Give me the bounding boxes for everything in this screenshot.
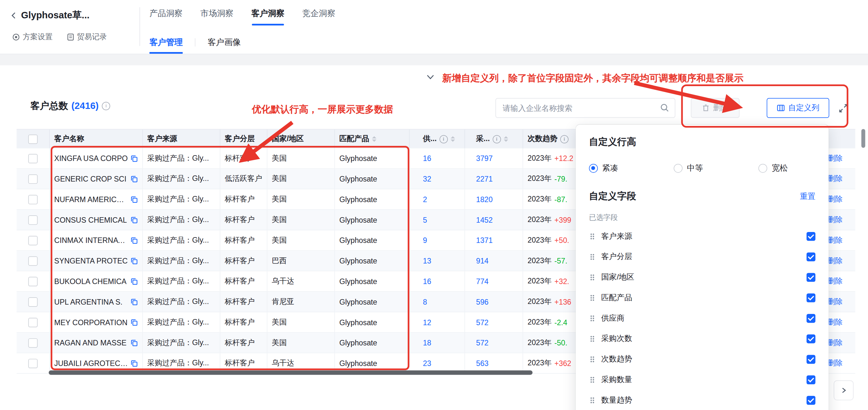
row-checkbox[interactable] — [28, 277, 38, 286]
purchase-count-link[interactable]: 596 — [476, 297, 489, 306]
expand-icon[interactable] — [838, 103, 849, 114]
purchase-count-link[interactable]: 1820 — [476, 195, 493, 203]
info-icon[interactable] — [102, 102, 110, 110]
supplier-count-link[interactable]: 2 — [423, 195, 427, 203]
drag-handle-icon[interactable] — [589, 335, 596, 343]
radio-icon[interactable] — [674, 164, 683, 173]
info-icon[interactable] — [560, 135, 568, 143]
field-checkbox[interactable] — [807, 232, 816, 241]
copy-icon[interactable] — [131, 339, 138, 346]
row-checkbox[interactable] — [28, 195, 38, 204]
row-delete-link[interactable]: 删除 — [828, 338, 843, 348]
purchase-count-link[interactable]: 914 — [476, 257, 489, 265]
reset-link[interactable]: 重置 — [800, 191, 815, 201]
supplier-count-link[interactable]: 32 — [423, 175, 431, 183]
back-icon[interactable] — [10, 11, 18, 19]
tab-market-insight[interactable]: 市场洞察 — [200, 0, 234, 27]
supplier-count-link[interactable]: 18 — [423, 339, 431, 347]
customize-columns-button[interactable]: 自定义列 — [767, 98, 830, 118]
tab-customer-profile[interactable]: 客户画像 — [208, 31, 241, 54]
purchase-count-link[interactable]: 774 — [476, 277, 489, 285]
row-height-option[interactable]: 宽松 — [758, 163, 788, 174]
col-header-purchase[interactable]: 采... — [465, 129, 523, 148]
drag-handle-icon[interactable] — [589, 314, 596, 322]
copy-icon[interactable] — [131, 277, 138, 285]
col-header-supplier[interactable]: 供... — [410, 129, 465, 148]
drag-handle-icon[interactable] — [589, 355, 596, 363]
copy-icon[interactable] — [131, 175, 138, 182]
copy-icon[interactable] — [131, 216, 138, 223]
field-checkbox[interactable] — [807, 314, 816, 323]
purchase-count-link[interactable]: 1371 — [476, 236, 493, 244]
radio-icon[interactable] — [589, 164, 598, 173]
row-checkbox[interactable] — [28, 154, 38, 163]
row-checkbox[interactable] — [28, 338, 38, 347]
purchase-count-link[interactable]: 1452 — [476, 215, 493, 224]
select-all-checkbox[interactable] — [28, 134, 38, 144]
row-checkbox[interactable] — [28, 174, 38, 183]
row-checkbox[interactable] — [28, 318, 38, 327]
sort-icon[interactable] — [451, 136, 455, 142]
vertical-scrollbar-thumb[interactable] — [861, 129, 865, 148]
supplier-count-link[interactable]: 13 — [423, 257, 431, 265]
sort-icon[interactable] — [504, 136, 508, 142]
search-input[interactable] — [495, 98, 675, 118]
info-icon[interactable] — [493, 135, 501, 143]
drag-handle-icon[interactable] — [589, 294, 596, 301]
row-checkbox[interactable] — [28, 359, 38, 368]
field-checkbox[interactable] — [807, 396, 816, 405]
horizontal-scrollbar-thumb[interactable] — [49, 371, 533, 375]
drag-handle-icon[interactable] — [589, 232, 596, 240]
radio-icon[interactable] — [758, 164, 768, 173]
purchase-count-link[interactable]: 572 — [476, 339, 489, 347]
col-header-product[interactable]: 匹配产品 — [335, 129, 410, 148]
col-header-name[interactable]: 客户名称 — [50, 129, 143, 148]
row-delete-link[interactable]: 删除 — [828, 153, 843, 163]
supplier-count-link[interactable]: 8 — [423, 297, 427, 306]
purchase-count-link[interactable]: 3797 — [476, 154, 493, 163]
copy-icon[interactable] — [131, 155, 138, 162]
row-delete-link[interactable]: 删除 — [828, 235, 843, 245]
quick-link-trade-records[interactable]: 贸易记录 — [67, 32, 107, 42]
supplier-count-link[interactable]: 12 — [423, 318, 431, 326]
copy-icon[interactable] — [131, 237, 138, 244]
tab-competitor-insight[interactable]: 竞企洞察 — [302, 0, 335, 27]
supplier-count-link[interactable]: 23 — [423, 359, 431, 367]
row-delete-link[interactable]: 删除 — [828, 174, 843, 184]
info-icon[interactable] — [439, 135, 448, 143]
col-header-source[interactable]: 客户来源 — [143, 129, 220, 148]
row-height-option[interactable]: 紧凑 — [589, 163, 618, 174]
drag-handle-icon[interactable] — [589, 273, 596, 281]
supplier-count-link[interactable]: 16 — [423, 277, 431, 285]
collapse-chevron-icon[interactable] — [426, 74, 435, 80]
row-checkbox[interactable] — [28, 236, 38, 245]
delete-button[interactable]: 删除 — [691, 98, 740, 118]
tab-customer-management[interactable]: 客户管理 — [149, 31, 183, 54]
field-checkbox[interactable] — [807, 252, 816, 261]
sort-icon[interactable] — [372, 136, 376, 142]
copy-icon[interactable] — [131, 257, 138, 264]
field-checkbox[interactable] — [807, 273, 816, 282]
row-delete-link[interactable]: 删除 — [828, 256, 843, 266]
row-delete-link[interactable]: 删除 — [828, 317, 843, 327]
tab-customer-insight[interactable]: 客户洞察 — [251, 0, 284, 27]
quick-link-plan-settings[interactable]: 方案设置 — [12, 32, 53, 42]
purchase-count-link[interactable]: 572 — [476, 318, 489, 326]
copy-icon[interactable] — [131, 359, 138, 367]
copy-icon[interactable] — [131, 319, 138, 326]
purchase-count-link[interactable]: 2271 — [476, 175, 493, 183]
tab-product-insight[interactable]: 产品洞察 — [149, 0, 183, 27]
supplier-count-link[interactable]: 9 — [423, 236, 427, 244]
drag-handle-icon[interactable] — [589, 396, 596, 404]
copy-icon[interactable] — [131, 196, 138, 203]
row-delete-link[interactable]: 删除 — [828, 195, 843, 204]
col-header-country[interactable]: 国家/地区 — [267, 129, 335, 148]
drag-handle-icon[interactable] — [589, 376, 596, 383]
purchase-count-link[interactable]: 563 — [476, 359, 489, 367]
col-header-tier[interactable]: 客户分层 — [220, 129, 267, 148]
field-checkbox[interactable] — [807, 293, 816, 302]
field-checkbox[interactable] — [807, 334, 816, 343]
field-checkbox[interactable] — [807, 355, 816, 364]
drag-handle-icon[interactable] — [589, 253, 596, 261]
supplier-count-link[interactable]: 16 — [423, 154, 431, 163]
